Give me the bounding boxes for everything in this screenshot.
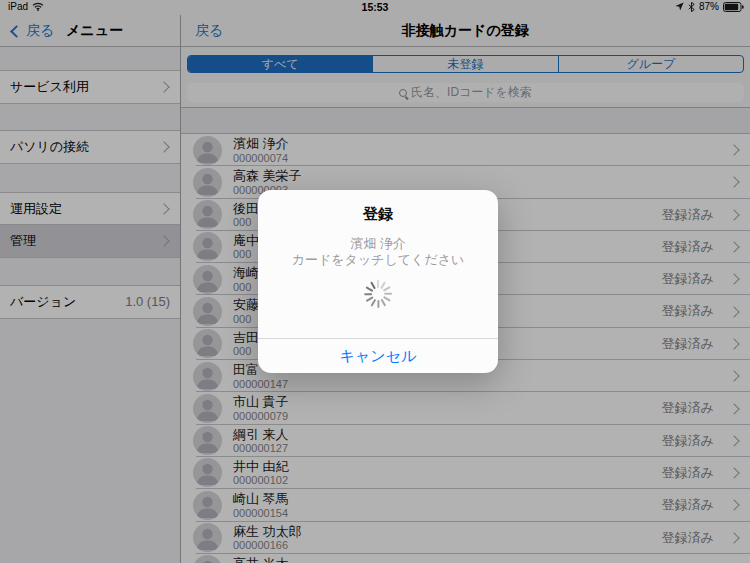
app-screen: iPad 15:53 87% bbox=[0, 0, 750, 563]
dialog-message: カードをタッチしてください bbox=[292, 252, 465, 268]
dialog-person-name: 濱畑 浄介 bbox=[350, 236, 406, 252]
registration-dialog: 登録 濱畑 浄介 カードをタッチしてください キャンセル bbox=[258, 190, 498, 373]
cancel-button[interactable]: キャンセル bbox=[258, 339, 498, 373]
activity-spinner-icon bbox=[364, 280, 392, 308]
dialog-title: 登録 bbox=[363, 205, 393, 224]
